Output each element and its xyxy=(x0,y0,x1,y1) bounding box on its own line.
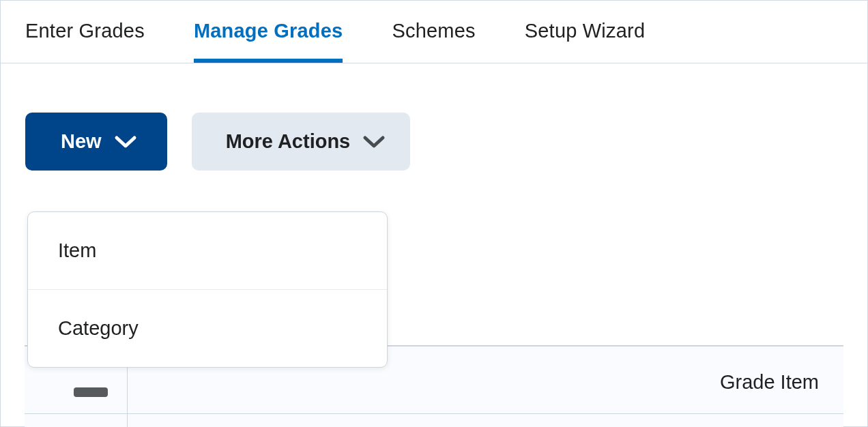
tab-schemes[interactable]: Schemes xyxy=(392,20,475,63)
chevron-down-icon xyxy=(114,135,137,149)
new-dropdown-menu: Item Category xyxy=(27,211,388,368)
more-actions-label: More Actions xyxy=(226,130,351,153)
new-button[interactable]: New xyxy=(25,113,167,171)
tab-setup-wizard[interactable]: Setup Wizard xyxy=(525,20,645,63)
more-actions-button[interactable]: More Actions xyxy=(192,113,411,171)
row-divider xyxy=(25,413,843,414)
column-header-grade-item: Grade Item xyxy=(720,371,819,394)
select-all-checkbox[interactable] xyxy=(74,387,108,397)
toolbar: New More Actions xyxy=(1,63,867,171)
dropdown-item-item[interactable]: Item xyxy=(28,212,387,290)
new-button-label: New xyxy=(61,130,102,153)
dropdown-item-category[interactable]: Category xyxy=(28,290,387,367)
tab-manage-grades[interactable]: Manage Grades xyxy=(194,20,343,63)
tabs-bar: Enter Grades Manage Grades Schemes Setup… xyxy=(1,1,867,63)
tab-enter-grades[interactable]: Enter Grades xyxy=(25,20,145,63)
chevron-down-icon xyxy=(362,135,386,149)
